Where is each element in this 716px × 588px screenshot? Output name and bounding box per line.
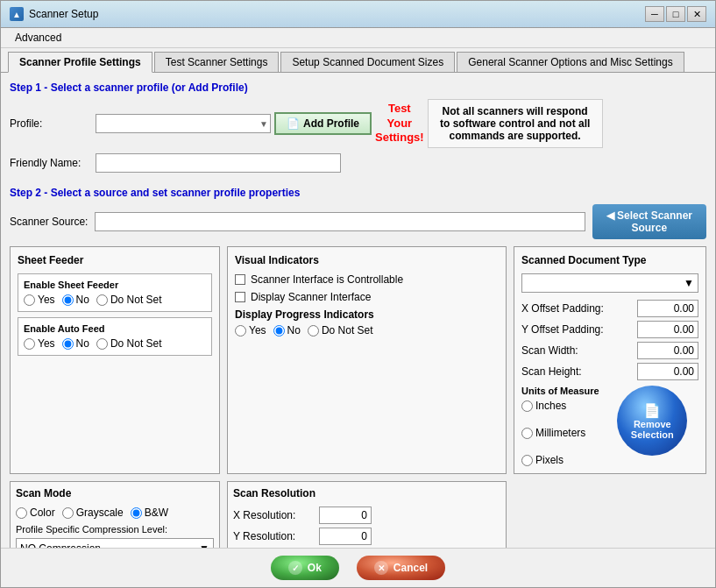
sheet-feeder-yes-label: Yes <box>38 294 55 306</box>
bottom-panels-row: Scan Mode Color Grayscale <box>10 481 706 548</box>
scan-height-input[interactable] <box>637 363 698 380</box>
scan-width-input[interactable] <box>637 342 698 359</box>
progress-dns[interactable]: Do Not Set <box>308 324 373 337</box>
tab-scanner-profile-settings[interactable]: Scanner Profile Settings <box>8 52 152 73</box>
scan-mode-grayscale-radio[interactable] <box>62 507 74 519</box>
progress-yes-radio[interactable] <box>235 325 246 337</box>
auto-feed-no[interactable]: No <box>62 337 89 350</box>
friendly-name-row: Friendly Name: <box>10 153 706 173</box>
y-resolution-input[interactable] <box>319 528 372 545</box>
profile-label: Profile: <box>10 117 89 130</box>
scan-width-row: Scan Width: <box>521 342 698 359</box>
progress-indicators-title: Display Progress Indicators <box>235 308 499 321</box>
sheet-feeder-no[interactable]: No <box>62 294 89 306</box>
units-mm[interactable]: Millimeters <box>521 427 599 439</box>
cancel-button[interactable]: ✕ Cancel <box>357 556 445 580</box>
scanner-interface-checkbox[interactable]: Scanner Interface is Controllable <box>235 273 499 286</box>
scan-mode-bw-radio[interactable] <box>131 507 142 519</box>
ok-button[interactable]: ✓ Ok <box>271 556 339 580</box>
scan-mode-title: Scan Mode <box>16 487 214 499</box>
tab-general-options[interactable]: General Scanner Options and Misc Setting… <box>457 52 684 72</box>
main-content: Step 1 - Select a scanner profile (or Ad… <box>1 73 715 548</box>
add-profile-label: Add Profile <box>303 117 359 130</box>
auto-feed-yes[interactable]: Yes <box>24 337 55 350</box>
auto-feed-dns-radio[interactable] <box>96 338 108 350</box>
title-bar: ▲ Scanner Setup ─ □ ✕ <box>1 1 715 28</box>
sheet-feeder-yes-radio[interactable] <box>24 294 35 306</box>
sheet-feeder-dns-radio[interactable] <box>96 294 108 306</box>
friendly-name-input[interactable] <box>96 153 341 173</box>
select-scanner-button[interactable]: ◀ Select ScannerSource <box>592 204 706 239</box>
scanner-note: Not all scanners will respond to softwar… <box>428 99 603 148</box>
scanned-doc-select[interactable]: ▼ <box>521 273 698 293</box>
tab-setup-scanned-doc[interactable]: Setup Scanned Document Sizes <box>280 52 455 72</box>
sheet-feeder-dns[interactable]: Do Not Set <box>96 294 162 306</box>
compression-select[interactable]: NO Compression ▼ <box>16 538 214 548</box>
x-offset-input[interactable] <box>637 300 698 317</box>
tab-test-scanner-settings[interactable]: Test Scanner Settings <box>154 52 280 72</box>
progress-dns-radio[interactable] <box>308 325 319 337</box>
y-resolution-label: Y Resolution: <box>233 530 312 542</box>
scanner-interface-label: Scanner Interface is Controllable <box>251 273 403 286</box>
add-profile-button[interactable]: 📄 Add Profile <box>274 112 372 135</box>
scanner-interface-check[interactable] <box>235 274 245 285</box>
progress-no[interactable]: No <box>273 324 301 337</box>
profile-dropdown-arrow: ▼ <box>259 119 268 129</box>
scan-height-row: Scan Height: <box>521 363 698 380</box>
enable-auto-feed-title: Enable Auto Feed <box>24 323 206 334</box>
maximize-button[interactable]: □ <box>666 6 685 22</box>
select-scanner-icon: ◀ <box>606 209 614 222</box>
units-mm-radio[interactable] <box>521 428 533 439</box>
units-pixels-label: Pixels <box>535 454 564 466</box>
scan-mode-color-radio[interactable] <box>16 507 27 519</box>
scan-mode-grayscale[interactable]: Grayscale <box>62 507 124 519</box>
step2-label: Step 2 - Select a source and set scanner… <box>10 187 706 199</box>
y-offset-row: Y Offset Padding: <box>521 321 698 338</box>
units-mm-label: Millimeters <box>535 427 585 439</box>
enable-auto-feed-panel: Enable Auto Feed Yes No <box>18 317 212 356</box>
display-interface-check[interactable] <box>235 292 245 302</box>
scan-resolution-container: Scan Resolution X Resolution: Y Resoluti… <box>227 481 507 548</box>
units-pixels-radio[interactable] <box>521 455 533 466</box>
auto-feed-no-radio[interactable] <box>62 338 74 350</box>
panels-row: Sheet Feeder Enable Sheet Feeder Yes No <box>10 246 706 474</box>
auto-feed-dns[interactable]: Do Not Set <box>96 337 162 350</box>
display-interface-checkbox[interactable]: Display Scanner Interface <box>235 291 499 303</box>
title-bar-left: ▲ Scanner Setup <box>10 7 98 21</box>
units-inches-radio[interactable] <box>521 400 533 412</box>
units-pixels[interactable]: Pixels <box>521 454 599 466</box>
x-resolution-input[interactable] <box>319 507 372 524</box>
menu-advanced[interactable]: Advanced <box>8 30 68 46</box>
visual-indicators-title: Visual Indicators <box>235 254 499 266</box>
scanner-source-input[interactable] <box>95 212 585 231</box>
sheet-feeder-panel: Sheet Feeder Enable Sheet Feeder Yes No <box>10 246 220 474</box>
sheet-feeder-radio-group: Yes No Do Not Set <box>24 294 206 306</box>
remove-selection-button[interactable]: 📄 RemoveSelection <box>617 386 687 456</box>
progress-dns-label: Do Not Set <box>322 324 373 337</box>
profile-select[interactable]: ▼ <box>96 114 271 133</box>
sheet-feeder-no-radio[interactable] <box>62 294 74 306</box>
minimize-button[interactable]: ─ <box>645 6 664 22</box>
ok-label: Ok <box>308 562 322 574</box>
scan-mode-color[interactable]: Color <box>16 507 55 519</box>
step1-text: - Select a scanner profile (or Add Profi… <box>44 81 247 94</box>
enable-sheet-feeder-panel: Enable Sheet Feeder Yes No <box>18 273 212 312</box>
sheet-feeder-dns-label: Do Not Set <box>110 294 162 306</box>
add-profile-icon: 📄 <box>287 117 300 130</box>
progress-no-radio[interactable] <box>273 325 285 337</box>
display-interface-label: Display Scanner Interface <box>251 291 371 303</box>
sheet-feeder-yes[interactable]: Yes <box>24 294 55 306</box>
close-button[interactable]: ✕ <box>687 6 706 22</box>
test-settings-text: Test Your Settings! <box>375 102 424 146</box>
compression-section: Profile Specific Compression Level: NO C… <box>16 524 214 548</box>
scan-mode-bw[interactable]: B&W <box>131 507 168 519</box>
y-offset-input[interactable] <box>637 321 698 338</box>
units-inches[interactable]: Inches <box>521 400 599 412</box>
scan-height-label: Scan Height: <box>521 365 582 378</box>
window-title: Scanner Setup <box>29 8 98 20</box>
progress-yes[interactable]: Yes <box>235 324 266 337</box>
auto-feed-yes-radio[interactable] <box>24 338 35 350</box>
auto-feed-no-label: No <box>76 337 89 350</box>
enable-sheet-feeder-title: Enable Sheet Feeder <box>24 280 206 290</box>
progress-no-label: No <box>287 324 301 337</box>
